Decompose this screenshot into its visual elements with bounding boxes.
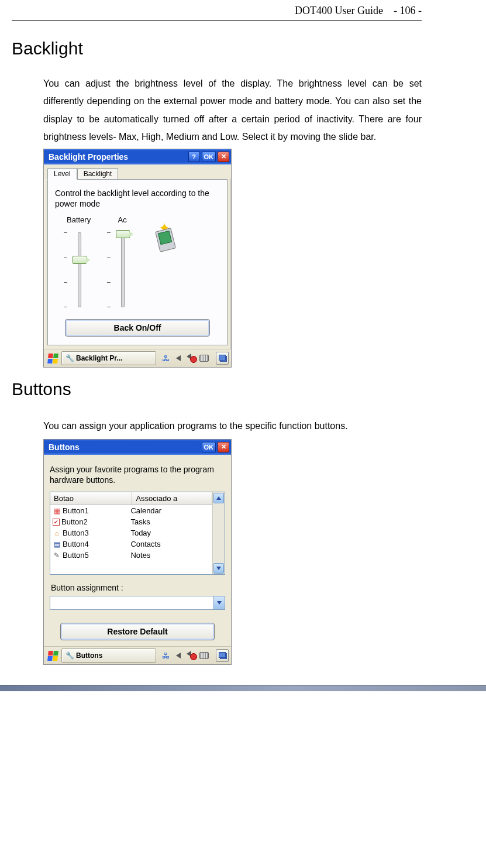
start-button[interactable] xyxy=(46,352,59,365)
network-icon[interactable]: 🖧 xyxy=(161,354,170,363)
row-assoc: Tasks xyxy=(127,517,212,526)
titlebar: Buttons OK ✕ xyxy=(44,440,231,455)
start-button[interactable] xyxy=(46,649,59,662)
network-icon[interactable]: 🖧 xyxy=(161,651,170,660)
system-tray: 🖧 xyxy=(158,651,211,660)
taskbar-app-button[interactable]: 🔧 Backlight Pr... xyxy=(61,351,156,365)
close-icon: ✕ xyxy=(221,443,226,451)
paragraph-buttons: You can assign your application programs… xyxy=(43,416,422,436)
assignment-combobox[interactable] xyxy=(50,596,225,610)
back-onoff-button[interactable]: Back On/Off xyxy=(65,319,210,337)
row-assoc: Contacts xyxy=(127,540,212,548)
slider-thumb-ac[interactable] xyxy=(116,230,130,238)
panel-buttons: Assign your favorite programs to the pro… xyxy=(44,455,231,647)
list-header: Botao Associado a xyxy=(50,492,212,505)
contacts-icon: ▤ xyxy=(53,540,61,548)
task-switch-button[interactable] xyxy=(216,352,229,365)
close-button[interactable]: ✕ xyxy=(218,442,229,452)
help-button[interactable]: ? xyxy=(188,152,200,162)
taskbar-app-button[interactable]: 🔧 Buttons xyxy=(61,649,156,663)
heading-buttons: Buttons xyxy=(12,379,422,399)
list-item[interactable]: ⌂Button3 Today xyxy=(50,527,212,538)
volume-mute-icon[interactable] xyxy=(187,354,196,363)
windows-stack-icon xyxy=(219,652,226,659)
tab-backlight[interactable]: Backlight xyxy=(77,168,119,179)
tab-panel-level: Control the backlight level according to… xyxy=(47,179,228,346)
assignment-input[interactable] xyxy=(50,596,213,609)
header-col-assoc[interactable]: Associado a xyxy=(132,492,212,505)
row-assoc: Notes xyxy=(127,551,212,560)
wrench-icon: 🔧 xyxy=(66,354,74,362)
panel-instruction: Control the backlight level according to… xyxy=(55,188,220,210)
list-item[interactable]: ✔Button2 Tasks xyxy=(50,516,212,527)
system-tray: 🖧 xyxy=(158,354,211,363)
windows-flag-icon xyxy=(47,354,58,363)
panel-instruction: Assign your favorite programs to the pro… xyxy=(50,464,225,486)
home-icon: ⌂ xyxy=(53,529,61,537)
window-buttons: Buttons OK ✕ Assign your favorite progra… xyxy=(43,439,232,665)
close-icon: ✕ xyxy=(221,153,226,160)
windows-stack-icon xyxy=(219,355,226,362)
page-number: - 106 - xyxy=(394,5,422,16)
header-col-button[interactable]: Botao xyxy=(50,492,132,505)
tab-level[interactable]: Level xyxy=(47,168,77,180)
scroll-up-button[interactable] xyxy=(213,493,224,503)
slider-battery[interactable] xyxy=(71,229,87,311)
list-item[interactable]: ▦Button1 Calendar xyxy=(50,505,212,516)
calendar-icon: ▦ xyxy=(53,507,61,515)
keyboard-icon[interactable] xyxy=(199,651,209,660)
heading-backlight: Backlight xyxy=(12,39,422,59)
tab-strip: Level Backlight xyxy=(44,164,231,179)
row-assoc: Today xyxy=(127,529,212,537)
paragraph-backlight: You can adjust the brightness level of t… xyxy=(43,75,422,146)
row-name: Button4 xyxy=(63,540,89,548)
taskbar: 🔧 Buttons 🖧 xyxy=(44,646,231,664)
pda-icon xyxy=(155,228,176,252)
list-item[interactable]: ▤Button4 Contacts xyxy=(50,538,212,550)
volume-icon[interactable] xyxy=(174,651,183,660)
taskbar-app-label: Backlight Pr... xyxy=(76,354,122,362)
dropdown-button[interactable] xyxy=(213,596,225,609)
list-item[interactable]: ✎Button5 Notes xyxy=(50,550,212,561)
header-rule xyxy=(12,20,422,21)
keyboard-icon[interactable] xyxy=(199,354,209,363)
slider-ac[interactable] xyxy=(114,229,130,311)
window-backlight-properties: Backlight Properties ? OK ✕ Level Backli… xyxy=(43,149,232,368)
volume-icon[interactable] xyxy=(174,354,183,363)
device-icon: ✦ xyxy=(154,224,181,251)
volume-mute-icon[interactable] xyxy=(187,651,196,660)
ok-button[interactable]: OK xyxy=(202,442,216,452)
window-title: Backlight Properties xyxy=(49,152,187,162)
wrench-icon: 🔧 xyxy=(66,651,74,660)
titlebar: Backlight Properties ? OK ✕ xyxy=(44,149,231,164)
row-name: Button1 xyxy=(63,506,89,515)
page-footer-bar xyxy=(0,685,486,691)
tasks-icon: ✔ xyxy=(53,519,60,526)
window-title: Buttons xyxy=(49,442,200,452)
taskbar: 🔧 Backlight Pr... 🖧 xyxy=(44,349,231,367)
restore-default-button[interactable]: Restore Default xyxy=(60,623,215,640)
row-name: Button2 xyxy=(61,517,88,526)
notes-icon: ✎ xyxy=(53,551,61,560)
windows-flag-icon xyxy=(47,651,58,661)
row-assoc: Calendar xyxy=(127,506,212,515)
task-switch-button[interactable] xyxy=(216,649,229,662)
doc-title: DOT400 User Guide xyxy=(295,5,383,16)
taskbar-app-label: Buttons xyxy=(76,651,102,660)
row-name: Button5 xyxy=(63,551,89,560)
button-listbox[interactable]: Botao Associado a ▦Button1 Calendar ✔But… xyxy=(50,492,225,575)
ok-button[interactable]: OK xyxy=(202,152,216,162)
slider-thumb-battery[interactable] xyxy=(73,256,87,264)
scrollbar[interactable] xyxy=(212,492,225,574)
label-button-assignment: Button assignment : xyxy=(51,583,225,592)
label-ac: Ac xyxy=(118,215,127,227)
close-button[interactable]: ✕ xyxy=(218,152,229,162)
label-battery: Battery xyxy=(67,215,91,227)
row-name: Button3 xyxy=(63,529,89,537)
scroll-down-button[interactable] xyxy=(213,563,224,574)
